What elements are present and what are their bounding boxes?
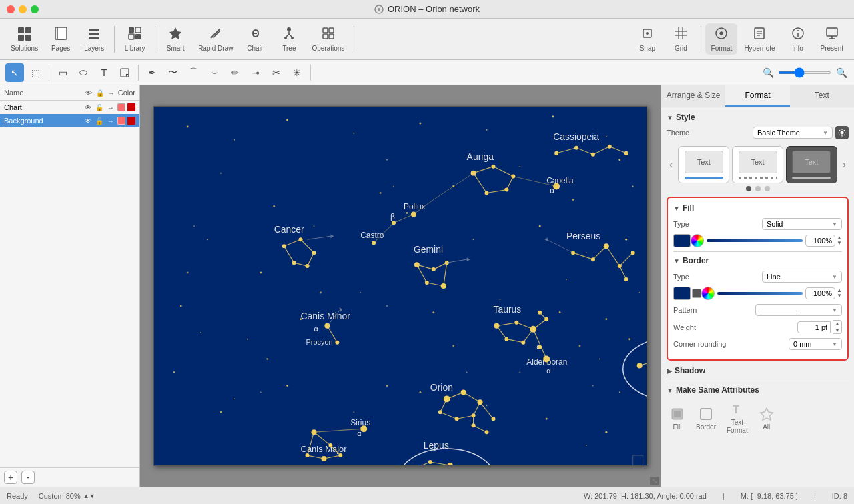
bg-lock-icon[interactable]: 🔓 [95,116,104,125]
style-section-header[interactable]: ▼ Style [667,113,849,122]
tool-connect[interactable]: ⊸ [246,63,265,82]
toolbar-library[interactable]: Library [119,23,151,55]
tool-ellipse[interactable]: ⬭ [74,63,93,82]
close-button[interactable] [7,5,15,13]
make-same-fill-button[interactable]: Fill [667,403,688,433]
svg-point-95 [624,151,628,155]
border-color-mini-swatch[interactable] [692,289,701,298]
toolbar-present[interactable]: Present [815,23,849,55]
make-same-header[interactable]: ▼ Make Same Attributes [667,385,849,395]
style-card-1[interactable]: Text [678,146,729,183]
theme-row: Theme Basic Theme ▼ [667,126,849,139]
canvas-area[interactable]: Cassiopeia Perseus [140,85,661,487]
tool-select[interactable]: ⬚ [26,63,45,82]
toolbar-snap[interactable]: Snap [631,23,663,55]
chart-lock-icon[interactable]: 🔓 [95,103,104,112]
chart-color-swatch[interactable] [117,103,125,111]
border-weight-input[interactable]: 1 pt [797,321,831,333]
theme-settings-button[interactable] [835,126,849,139]
tool-pointer[interactable]: ↖ [5,63,24,82]
tool-bezier[interactable]: ⌣ [205,63,224,82]
canvas-inner[interactable]: Cassiopeia Perseus [153,106,647,466]
tool-sticky[interactable] [115,63,134,82]
svg-point-66 [572,199,574,201]
shadow-section-header[interactable]: ▶ Shadow [667,366,849,375]
fill-color-swatch[interactable] [673,234,691,247]
bg-color-swatch[interactable] [117,117,125,125]
tool-arc[interactable]: ⌒ [184,63,203,82]
border-weight-stepper[interactable]: ▲ ▼ [833,320,842,334]
tab-format[interactable]: Format [725,85,789,107]
svg-point-273 [452,345,454,347]
tool-freehand[interactable]: 〜 [163,63,182,82]
border-type-arrow: ▼ [832,274,837,280]
tab-arrange-size[interactable]: Arrange & Size [661,85,725,107]
toolbar-grid[interactable]: Grid [665,23,697,55]
border-color-swatch[interactable] [673,287,691,300]
toolbar-pages[interactable]: Pages [45,23,77,55]
zoom-in-button[interactable]: 🔍 [834,65,849,80]
border-pattern-select[interactable]: ————— ▼ [755,304,842,316]
fill-opacity-slider[interactable] [707,239,803,242]
fill-opacity-stepper[interactable]: ▲ ▼ [837,235,842,246]
toolbar-layers[interactable]: Layers [78,23,110,55]
toolbar-rapid-draw[interactable]: Rapid Draw [193,23,238,55]
chart-color-box[interactable] [127,103,135,111]
border-color-picker[interactable] [701,287,715,300]
style-card-2[interactable]: Text [732,146,783,183]
tool-text[interactable]: T [95,63,113,82]
add-layer-button[interactable]: + [4,471,17,484]
bg-eye-icon[interactable]: 👁 [83,116,93,125]
toolbar-smart[interactable]: Smart [159,23,191,55]
style-dot-1[interactable] [746,186,751,191]
toolbar-operations[interactable]: Operations [306,23,350,55]
style-prev-button[interactable]: ‹ [667,159,675,171]
fill-opacity-input[interactable]: 100% [805,235,835,247]
tool-pen[interactable]: ✒ [143,63,161,82]
border-type-select[interactable]: Line ▼ [762,271,842,283]
toolbar-hypernote[interactable]: Hypernote [739,23,780,55]
border-opacity-slider[interactable] [717,292,803,295]
fill-type-select[interactable]: Solid ▼ [762,218,842,230]
fill-color-picker[interactable] [691,234,704,247]
bg-color-box[interactable] [127,117,135,125]
bg-export-icon[interactable]: → [106,116,115,125]
fill-section-header[interactable]: ▼ Fill [673,203,842,213]
make-same-all-button[interactable]: All [756,403,777,433]
toolbar-chain[interactable]: Chain [240,23,272,55]
header-lock-icon: 🔒 [95,88,105,97]
tab-text[interactable]: Text [790,85,854,107]
maximize-button[interactable] [31,5,39,13]
remove-layer-button[interactable]: - [21,471,35,484]
chart-eye-icon[interactable]: 👁 [83,103,93,112]
minimize-button[interactable] [19,5,27,13]
border-opacity-stepper[interactable]: ▲ ▼ [837,288,842,299]
style-card-3[interactable]: Text [786,146,837,183]
border-section-header[interactable]: ▼ Border [673,256,842,265]
tools-divider-1 [49,65,49,81]
status-zoom[interactable]: Custom 80% ▲▼ [39,492,95,500]
make-same-border-button[interactable]: Border [693,403,719,433]
theme-dropdown-arrow: ▼ [823,130,828,136]
layer-row-chart[interactable]: Chart 👁 🔓 → [0,101,139,114]
theme-dropdown[interactable]: Basic Theme ▼ [753,127,833,139]
tool-rectangle[interactable]: ▭ [53,63,72,82]
make-same-text-format-button[interactable]: T Text Format [724,399,751,437]
layer-row-background[interactable]: Background 👁 🔓 → [0,114,139,127]
border-opacity-input[interactable]: 100% [805,287,835,299]
style-dot-2[interactable] [755,186,761,191]
style-dot-3[interactable] [765,186,770,191]
zoom-out-button[interactable]: 🔍 [761,65,775,80]
toolbar-format[interactable]: Format [705,23,737,55]
style-next-button[interactable]: › [840,159,849,171]
tool-draw[interactable]: ✏ [226,63,244,82]
canvas-resize-handle[interactable]: ⤡ [650,477,659,485]
toolbar-info[interactable]: Info [782,23,814,55]
toolbar-solutions[interactable]: Solutions [5,23,43,55]
tool-magic[interactable]: ✳ [288,63,306,82]
toolbar-tree[interactable]: Tree [273,23,305,55]
zoom-slider[interactable] [778,71,831,74]
tool-scissors[interactable]: ✂ [267,63,286,82]
border-corner-select[interactable]: 0 mm ▼ [789,338,842,350]
chart-export-icon[interactable]: → [106,103,115,112]
